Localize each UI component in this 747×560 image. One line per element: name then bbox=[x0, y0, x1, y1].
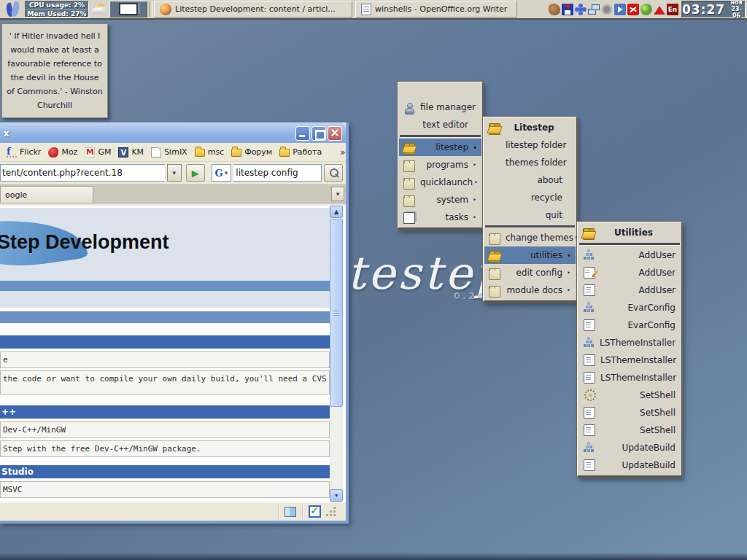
pet-tray-icon[interactable] bbox=[549, 4, 560, 15]
search-input[interactable]: litestep config bbox=[233, 164, 322, 182]
bookmark-flickr[interactable]: Flickr bbox=[4, 147, 43, 158]
bookmarks-overflow-chevron[interactable]: » bbox=[340, 147, 345, 158]
menu-item-programs[interactable]: programs ‣ bbox=[399, 156, 481, 174]
flower-tray-icon[interactable] bbox=[575, 4, 587, 15]
menu-item-utilities[interactable]: utilities ▾ bbox=[484, 246, 576, 264]
page-band bbox=[0, 311, 330, 323]
url-dropdown-button[interactable]: ▾ bbox=[167, 164, 182, 182]
folder-transfer-tray-icon[interactable] bbox=[614, 4, 626, 15]
task-button-firefox[interactable]: Litestep Development: content / articl..… bbox=[154, 1, 352, 18]
volume-tray-icon[interactable] bbox=[601, 4, 613, 15]
scroll-down-button[interactable]: ▾ bbox=[330, 489, 343, 502]
language-indicator[interactable]: En bbox=[667, 4, 678, 15]
menu-item-module-docs[interactable]: module docs ‣ bbox=[484, 281, 576, 299]
scroll-up-button[interactable]: ▲ bbox=[330, 206, 343, 218]
menu-item-label: utilities bbox=[506, 250, 562, 260]
network-tray-icon[interactable] bbox=[588, 4, 600, 15]
clock-time: 03:27 bbox=[682, 2, 725, 17]
menu-item-file-manager[interactable]: file manager bbox=[399, 98, 481, 116]
window-titlebar[interactable]: x bbox=[0, 122, 346, 143]
bookmark-gm[interactable]: GM bbox=[82, 147, 113, 158]
maximize-button[interactable] bbox=[311, 126, 326, 141]
menu-item-lsthemeinstaller[interactable]: LSThemeInstaller bbox=[578, 334, 681, 351]
gear-icon bbox=[584, 389, 596, 401]
menu-item-adduser[interactable]: AddUser bbox=[578, 281, 681, 299]
menu-item-updatebuild[interactable]: UpdateBuild bbox=[578, 439, 681, 456]
menu-item-label: module docs bbox=[506, 285, 562, 295]
menu-item-lsthemeinstaller[interactable]: LSThemeInstaller bbox=[578, 369, 681, 386]
sync-tray-icon[interactable] bbox=[627, 4, 639, 15]
bookmark-moz[interactable]: Moz bbox=[46, 147, 80, 158]
folder-open-icon bbox=[583, 228, 595, 240]
menu-item-recycle[interactable]: recycle bbox=[484, 189, 576, 206]
flickr-icon bbox=[7, 147, 17, 158]
bookmark-folder-rabota[interactable]: Работа bbox=[277, 147, 324, 158]
menu-item-tasks[interactable]: tasks ‣ bbox=[399, 209, 481, 226]
bookmark-folder-forum[interactable]: Форум bbox=[229, 147, 274, 158]
menu-item-updatebuild[interactable]: UpdateBuild bbox=[578, 456, 681, 474]
spacer bbox=[0, 397, 330, 405]
taskbar-clock[interactable]: 03:27 ноя 23-06 bbox=[681, 1, 746, 18]
document-icon bbox=[584, 284, 595, 296]
menu-separator bbox=[400, 135, 481, 137]
menu-item-about[interactable]: about bbox=[484, 171, 576, 189]
status-panel-icon[interactable] bbox=[285, 507, 296, 517]
blocks-icon bbox=[583, 337, 595, 349]
show-desktop-button[interactable] bbox=[109, 1, 147, 18]
page-content: Step Development e the code or want to c… bbox=[0, 206, 346, 502]
menu-item-change-themes[interactable]: change themes ‣ bbox=[484, 229, 576, 246]
menu-item-quit[interactable]: quit bbox=[484, 206, 576, 224]
menu-item-text-editor[interactable]: text editor bbox=[399, 116, 481, 133]
menu-item-litestep-folder[interactable]: litestep folder bbox=[484, 136, 576, 154]
close-button[interactable] bbox=[328, 126, 342, 141]
search-button[interactable] bbox=[324, 164, 343, 182]
bookmark-simix[interactable]: SimIX bbox=[149, 147, 190, 158]
quote-note: ' If Hitler invaded hell I would make at… bbox=[1, 23, 108, 118]
tab-active[interactable]: oogle bbox=[0, 186, 93, 203]
resize-grip[interactable] bbox=[327, 508, 336, 516]
shell-logo-icon[interactable] bbox=[4, 1, 22, 18]
menu-item-setshell[interactable]: SetShell bbox=[578, 421, 681, 439]
vertical-scrollbar[interactable]: ▲ ▾ bbox=[330, 206, 343, 502]
weather-icon[interactable] bbox=[91, 2, 107, 17]
folder-open-icon bbox=[403, 143, 415, 155]
section-header: Studio bbox=[0, 465, 330, 478]
menu-item-evarconfig[interactable]: EvarConfig bbox=[578, 316, 681, 334]
user-icon bbox=[403, 102, 415, 114]
menu-item-label: text editor bbox=[420, 120, 468, 130]
system-tray: En bbox=[546, 4, 681, 15]
status-check-icon[interactable] bbox=[309, 505, 321, 518]
bookmark-folder-msc[interactable]: msc bbox=[193, 147, 227, 158]
popup-menu-utilities: Utilities AddUser AddUser AddUser EvarCo… bbox=[577, 222, 682, 478]
minimize-button[interactable] bbox=[295, 126, 310, 141]
menu-item-edit-config[interactable]: edit config ‣ bbox=[484, 264, 576, 281]
url-input[interactable]: tent/content.php?recent.18 bbox=[0, 164, 165, 182]
ati-tray-icon[interactable] bbox=[654, 6, 665, 15]
floppy-tray-icon[interactable] bbox=[562, 4, 573, 15]
tab-overflow-button[interactable]: ▾ bbox=[331, 187, 344, 201]
menu-item-quicklaunch[interactable]: quicklaunch ‣ bbox=[399, 174, 481, 191]
window-icon bbox=[403, 212, 415, 224]
go-button[interactable]: ▶ bbox=[186, 164, 205, 182]
search-engine-button[interactable]: G ▾ bbox=[212, 164, 232, 182]
menu-item-evarconfig[interactable]: EvarConfig bbox=[578, 299, 681, 316]
globe-tray-icon[interactable] bbox=[640, 4, 652, 15]
menu-item-system[interactable]: system ‣ bbox=[399, 191, 481, 209]
section-header bbox=[0, 335, 330, 349]
menu-item-litestep[interactable]: litestep ▾ bbox=[399, 139, 481, 156]
scrollbar-thumb[interactable] bbox=[330, 219, 343, 407]
empty-icon-slot bbox=[489, 174, 500, 186]
menu-item-themes-folder[interactable]: themes folder bbox=[484, 154, 576, 171]
menu-item-adduser[interactable]: AddUser bbox=[578, 264, 681, 281]
menu-item-adduser[interactable]: AddUser bbox=[578, 246, 681, 264]
bookmark-km[interactable]: KM bbox=[116, 147, 146, 158]
task-button-writer[interactable]: winshells - OpenOffice.org Writer bbox=[355, 1, 517, 18]
submenu-arrow: ▾ bbox=[470, 144, 476, 151]
menu-item-label: SetShell bbox=[600, 408, 676, 418]
menu-item-setshell[interactable]: SetShell bbox=[578, 386, 681, 404]
empty-icon-slot bbox=[489, 139, 500, 151]
menu-item-lsthemeinstaller[interactable]: LSThemeInstaller bbox=[578, 351, 681, 369]
document-icon bbox=[584, 424, 595, 436]
menu-item-setshell[interactable]: SetShell bbox=[578, 404, 681, 421]
mozilla-icon bbox=[48, 147, 58, 158]
